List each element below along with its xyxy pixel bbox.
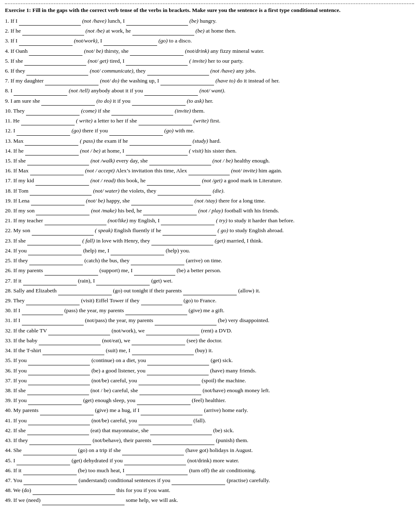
blank-17a[interactable] (35, 180, 89, 186)
blank-14a[interactable] (25, 150, 79, 155)
blank-43b[interactable] (153, 439, 214, 445)
blank-23a[interactable] (27, 240, 81, 245)
blank-14b[interactable] (126, 150, 188, 155)
blank-49a[interactable] (42, 499, 125, 505)
blank-19a[interactable] (31, 200, 85, 205)
blank-12b[interactable] (109, 130, 163, 136)
blank-21b[interactable] (161, 219, 214, 225)
blank-48a[interactable] (33, 489, 115, 495)
blank-29b[interactable] (141, 299, 182, 305)
blank-31b[interactable] (155, 320, 217, 325)
blank-40b[interactable] (141, 410, 202, 415)
blank-32b[interactable] (146, 330, 200, 335)
blank-8b[interactable] (144, 90, 198, 96)
blank-25a[interactable] (29, 259, 83, 265)
blank-21a[interactable] (45, 219, 106, 225)
blank-3a[interactable] (19, 40, 73, 46)
blank-3b[interactable] (104, 40, 157, 46)
blank-6b[interactable] (147, 70, 209, 75)
blank-32a[interactable] (48, 330, 110, 335)
blank-15b[interactable] (149, 160, 211, 165)
blank-11a[interactable] (21, 120, 75, 125)
blank-39a[interactable] (28, 399, 82, 405)
blank-28a[interactable] (58, 290, 112, 295)
blank-10b[interactable] (111, 110, 173, 115)
blank-9b[interactable] (132, 100, 186, 106)
blank-1b[interactable] (126, 20, 188, 26)
blank-47b[interactable] (172, 479, 225, 485)
blank-18a[interactable] (30, 190, 92, 195)
blank-7a[interactable] (45, 80, 99, 85)
blank-34b[interactable] (132, 349, 194, 355)
blank-1a[interactable] (19, 20, 81, 26)
blank-42b[interactable] (150, 429, 212, 435)
blank-5b[interactable] (126, 60, 188, 66)
blank-27b[interactable] (96, 280, 150, 285)
sentence-38: 38. If she (not / be) careful, she (not/… (5, 386, 414, 395)
blank-24b[interactable] (111, 250, 164, 255)
blank-11b[interactable] (139, 120, 192, 125)
blank-41b[interactable] (139, 419, 192, 425)
blank-42a[interactable] (27, 429, 89, 435)
blank-22a[interactable] (32, 230, 94, 235)
blank-5a[interactable] (24, 60, 86, 66)
blank-30a[interactable] (22, 309, 63, 315)
blank-37b[interactable] (139, 379, 200, 385)
blank-28b[interactable] (183, 290, 237, 295)
blank-10a[interactable] (26, 110, 80, 115)
blank-4a[interactable] (29, 50, 82, 56)
blank-23b[interactable] (151, 240, 213, 245)
blank-26b[interactable] (134, 270, 175, 275)
blank-13b[interactable] (129, 140, 191, 146)
blank-35a[interactable] (28, 360, 90, 365)
blank-22b[interactable] (162, 230, 216, 235)
sentence-4: 4. If Oanh (not/ be) thirsty, she (not/d… (5, 46, 414, 56)
blank-46b[interactable] (126, 469, 188, 475)
blank-35b[interactable] (147, 360, 209, 365)
blank-24a[interactable] (28, 250, 82, 255)
blank-9a[interactable] (41, 100, 95, 106)
blank-46a[interactable] (23, 469, 77, 475)
blank-17b[interactable] (147, 180, 200, 186)
blank-38b[interactable] (139, 389, 201, 395)
sentence-7: 7. If my daughter (not/ do) the washing … (5, 76, 414, 85)
blank-31a[interactable] (22, 320, 84, 325)
blank-45a[interactable] (16, 459, 70, 465)
blank-33a[interactable] (39, 339, 101, 345)
blank-43a[interactable] (29, 439, 91, 445)
blank-8a[interactable] (14, 90, 67, 96)
blank-18b[interactable] (158, 190, 211, 195)
blank-6a[interactable] (26, 70, 88, 75)
blank-39b[interactable] (137, 399, 191, 405)
blank-16b[interactable] (188, 169, 230, 175)
blank-7b[interactable] (160, 80, 214, 85)
sentence-34: 34. If the T-shirt (suit) me, I (buy) it… (5, 346, 414, 355)
blank-36b[interactable] (147, 370, 209, 375)
blank-30b[interactable] (125, 309, 187, 315)
blank-2b[interactable] (132, 30, 194, 35)
blank-47a[interactable] (24, 479, 77, 485)
blank-27a[interactable] (23, 280, 77, 285)
blank-25b[interactable] (131, 259, 184, 265)
blank-44a[interactable] (23, 450, 77, 455)
blank-2a[interactable] (22, 30, 84, 35)
blank-38a[interactable] (27, 389, 89, 395)
blank-12a[interactable] (16, 130, 70, 136)
blank-20a[interactable] (36, 210, 89, 215)
blank-15a[interactable] (27, 160, 89, 165)
blank-19b[interactable] (131, 200, 193, 205)
blank-37a[interactable] (28, 379, 90, 385)
blank-13a[interactable] (25, 140, 78, 146)
blank-44b[interactable] (122, 450, 184, 455)
blank-29a[interactable] (26, 299, 80, 305)
blank-34a[interactable] (42, 349, 104, 355)
blank-45b[interactable] (124, 459, 186, 465)
blank-16a[interactable] (30, 169, 84, 175)
blank-40a[interactable] (40, 410, 94, 415)
blank-26a[interactable] (45, 270, 98, 275)
blank-20b[interactable] (143, 210, 197, 215)
blank-33b[interactable] (132, 339, 185, 345)
blank-36a[interactable] (28, 370, 90, 375)
blank-41a[interactable] (28, 419, 90, 425)
blank-4b[interactable] (130, 50, 184, 56)
